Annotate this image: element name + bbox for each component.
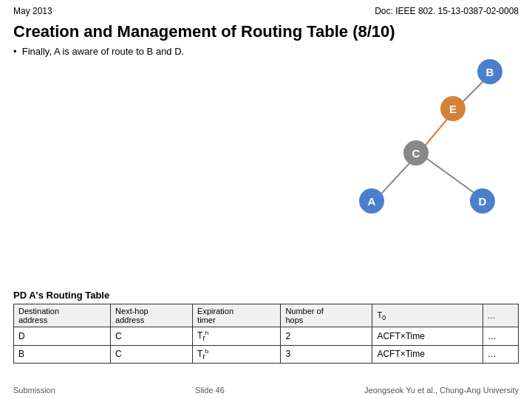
col-ellipsis: … <box>482 304 518 327</box>
cell-hops-2: 3 <box>281 345 372 363</box>
footer-right: Jeongseok Yu et al., Chung-Ang Universit… <box>364 386 519 395</box>
footer-center: Slide 46 <box>195 386 225 395</box>
bullet-marker: • <box>13 46 22 57</box>
table-header-row: Destinationaddress Next-hopaddress Expir… <box>14 304 519 327</box>
node-d: D <box>470 188 495 214</box>
table-row: B C Trb 3 ACFT×Time … <box>14 345 519 363</box>
routing-table: Destinationaddress Next-hopaddress Expir… <box>13 304 519 364</box>
cell-nexthop-1: C <box>111 327 193 345</box>
cell-dest-2: B <box>14 345 111 363</box>
footer: Submission Slide 46 Jeongseok Yu et al.,… <box>0 386 532 395</box>
header-right: Doc: IEEE 802. 15-13-0387-02-0008 <box>375 6 519 16</box>
header-left: May 2013 <box>13 6 52 16</box>
node-a: A <box>359 188 384 214</box>
node-e: E <box>440 96 466 121</box>
cell-exp-2: Trb <box>193 345 281 363</box>
routing-table-section: PD A's Routing Table Destinationaddress … <box>13 290 519 364</box>
table-title: PD A's Routing Table <box>13 290 519 301</box>
node-c: C <box>403 140 429 166</box>
col-nexthop: Next-hopaddress <box>111 304 193 327</box>
cell-nexthop-2: C <box>111 345 193 363</box>
node-b: B <box>477 59 502 84</box>
col-destination: Destinationaddress <box>14 304 111 327</box>
table-row: D C Trh 2 ACFT×Time … <box>14 327 519 345</box>
cell-t0-1: ACFT×Time <box>372 327 482 345</box>
cell-exp-1: Trh <box>193 327 281 345</box>
col-expiration: Expirationtimer <box>193 304 281 327</box>
cell-hops-1: 2 <box>281 327 372 345</box>
header: May 2013 Doc: IEEE 802. 15-13-0387-02-00… <box>0 0 532 19</box>
cell-dest-1: D <box>14 327 111 345</box>
cell-t0-2: ACFT×Time <box>372 345 482 363</box>
network-diagram: B E C A D <box>303 52 510 244</box>
footer-left: Submission <box>13 386 55 395</box>
cell-ellipsis-2: … <box>482 345 518 363</box>
page-title: Creation and Management of Routing Table… <box>0 19 532 43</box>
cell-ellipsis-1: … <box>482 327 518 345</box>
col-t0: T0 <box>372 304 482 327</box>
col-hops: Number ofhops <box>281 304 372 327</box>
bullet-text: Finally, A is aware of route to B and D. <box>22 46 184 57</box>
